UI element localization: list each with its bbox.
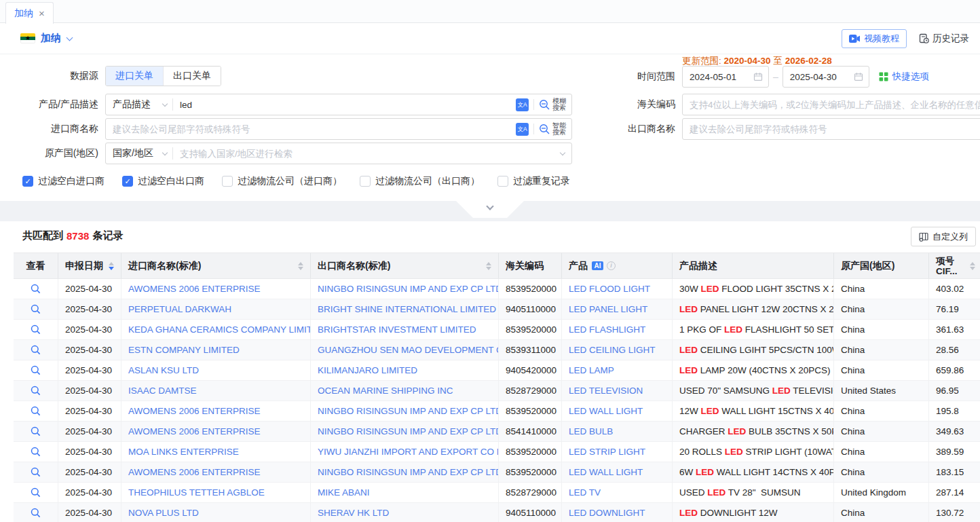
header-declaration-date[interactable]: 申报日期 xyxy=(58,253,121,278)
chevron-down-icon[interactable] xyxy=(67,34,73,41)
view-record-icon[interactable] xyxy=(31,426,41,436)
table-row: 2025-04-30 ASLAN KSU LTD KILIMANJARO LIM… xyxy=(14,360,980,381)
header-exporter-name[interactable]: 出口商名称(标准) xyxy=(310,253,498,278)
filter-checkbox[interactable]: 过滤空白出口商 xyxy=(122,175,204,187)
view-record-icon[interactable] xyxy=(31,304,41,314)
translate-icon[interactable]: 文A xyxy=(516,98,529,111)
exporter-link[interactable]: NINGBO RISINGSUN IMP AND EXP CP LTD xyxy=(310,279,498,299)
product-link[interactable]: LED PANEL LIGHT xyxy=(561,299,672,319)
product-description-cell: USED 70" SAMSUNG LED TELEVISION xyxy=(672,381,833,400)
importer-link[interactable]: ISAAC DAMTSE xyxy=(121,381,310,400)
country-name[interactable]: 加纳 xyxy=(41,32,61,45)
header-item-cif[interactable]: 项号 CIF... xyxy=(928,253,980,278)
smart-search-button[interactable]: 智能 搜索 xyxy=(539,122,566,136)
view-record-icon[interactable] xyxy=(31,406,41,416)
product-link[interactable]: LED FLASHLIGHT xyxy=(561,320,672,339)
hs-code-cell: 8528729000 xyxy=(498,483,561,502)
view-record-icon[interactable] xyxy=(31,365,41,375)
exporter-name-input[interactable] xyxy=(683,124,980,134)
product-link[interactable]: LED TV xyxy=(561,483,672,502)
view-record-icon[interactable] xyxy=(31,447,41,457)
importer-link[interactable]: NOVA PLUS LTD xyxy=(121,503,310,522)
view-record-icon[interactable] xyxy=(31,284,41,294)
sort-icons[interactable] xyxy=(486,262,491,270)
info-icon[interactable]: i xyxy=(607,261,616,270)
quick-options-link[interactable]: 快捷选项 xyxy=(879,71,929,83)
view-record-icon[interactable] xyxy=(31,324,41,335)
importer-link[interactable]: PERPETUAL DARKWAH xyxy=(121,299,310,319)
cif-value-cell: 361.63 xyxy=(928,320,980,339)
checkbox-icon[interactable] xyxy=(122,176,133,187)
exporter-link[interactable]: BRIGHT SHINE INTERNATIONAL LIMITED xyxy=(310,299,498,319)
product-description-cell: LED LAMP 20W (40CTNS X 20PCS) xyxy=(672,360,833,380)
origin-type-select[interactable]: 国家/地区 xyxy=(106,147,172,160)
fuzzy-search-button[interactable]: 模糊 搜索 xyxy=(539,98,566,112)
start-date-picker[interactable]: 2024-05-01 xyxy=(682,66,769,88)
product-type-select[interactable]: 产品描述 xyxy=(106,98,172,111)
importer-link[interactable]: AWOMENS 2006 ENTERPRISE xyxy=(121,401,310,421)
product-link[interactable]: LED WALL LIGHT xyxy=(561,401,672,421)
header-importer-name[interactable]: 进口商名称(标准) xyxy=(121,253,310,278)
checkbox-icon[interactable] xyxy=(222,176,233,187)
importer-link[interactable]: THEOPHILUS TETTEH AGBLOE xyxy=(121,483,310,502)
product-link[interactable]: LED DOWNLIGHT xyxy=(561,503,672,522)
importer-link[interactable]: AWOMENS 2006 ENTERPRISE xyxy=(121,422,310,441)
translate-icon[interactable]: 文A xyxy=(516,123,529,136)
view-record-icon[interactable] xyxy=(31,508,41,518)
view-record-icon[interactable] xyxy=(31,345,41,355)
importer-link[interactable]: KEDA GHANA CERAMICS COMPANY LIMITED xyxy=(121,320,310,339)
product-link[interactable]: LED STRIP LIGHT xyxy=(561,442,672,462)
view-record-icon[interactable] xyxy=(31,386,41,396)
tab-export-declarations[interactable]: 出口关单 xyxy=(163,67,221,86)
exporter-link[interactable]: NINGBO RISINGSUN IMP AND EXP CP LTD xyxy=(310,401,498,421)
exporter-link[interactable]: OCEAN MARINE SHIPPING INC xyxy=(310,381,498,400)
importer-link[interactable]: AWOMENS 2006 ENTERPRISE xyxy=(121,462,310,482)
view-cell xyxy=(14,279,58,299)
product-link[interactable]: LED LAMP xyxy=(561,360,672,380)
customize-columns-button[interactable]: 自定义列 xyxy=(911,227,976,246)
importer-link[interactable]: AWOMENS 2006 ENTERPRISE xyxy=(121,279,310,299)
hs-code-input[interactable] xyxy=(683,100,980,110)
desc-text: 1 PKG OF xyxy=(679,324,724,335)
checkbox-icon[interactable] xyxy=(497,176,508,187)
product-link[interactable]: LED WALL LIGHT xyxy=(561,462,672,482)
view-record-icon[interactable] xyxy=(31,467,41,477)
filter-checkbox[interactable]: 过滤物流公司（出口商） xyxy=(360,175,480,187)
importer-name-input[interactable] xyxy=(106,124,516,134)
exporter-link[interactable]: MIKE ABANI xyxy=(310,483,498,502)
exporter-link[interactable]: GUANGZHOU SEN MAO DEVELOPMENT C... xyxy=(310,340,498,360)
exporter-link[interactable]: NINGBO RISINGSUN IMP AND EXP CP LTD xyxy=(310,462,498,482)
product-link[interactable]: LED CEILING LIGHT xyxy=(561,340,672,360)
collapse-form-button[interactable] xyxy=(456,201,524,218)
filter-checkbox[interactable]: 过滤物流公司（进口商） xyxy=(222,175,342,187)
sort-icons[interactable] xyxy=(109,262,114,270)
exporter-link[interactable]: YIWU JIANZHI IMPORT AND EXPORT CO LTD xyxy=(310,442,498,462)
exporter-link[interactable]: SHERAV HK LTD xyxy=(310,503,498,522)
tab-ghana[interactable]: 加纳 × xyxy=(5,2,54,24)
sort-icons[interactable] xyxy=(970,262,975,270)
video-tutorial-button[interactable]: 视频教程 xyxy=(842,29,907,48)
exporter-link[interactable]: NINGBO RISINGSUN IMP AND EXP CP LTD xyxy=(310,422,498,441)
importer-link[interactable]: MOA LINKS ENTERPRISE xyxy=(121,442,310,462)
filter-checkbox[interactable]: 过滤重复记录 xyxy=(497,175,570,187)
product-link[interactable]: LED FLOOD LIGHT xyxy=(561,279,672,299)
tab-import-declarations[interactable]: 进口关单 xyxy=(106,67,163,86)
product-search-input[interactable] xyxy=(173,100,516,110)
importer-link[interactable]: ASLAN KSU LTD xyxy=(121,360,310,380)
checkbox-icon[interactable] xyxy=(22,176,33,187)
exporter-link[interactable]: BRIGHTSTAR INVESTMENT LIMITED xyxy=(310,320,498,339)
history-button[interactable]: 历史记录 xyxy=(919,33,969,45)
desc-text: USED 70" SAMSUNG xyxy=(679,386,772,396)
sort-icons[interactable] xyxy=(298,262,303,270)
importer-link[interactable]: ESTN COMPANY LIMITED xyxy=(121,340,310,360)
end-date-picker[interactable]: 2025-04-30 xyxy=(783,66,869,88)
view-record-icon[interactable] xyxy=(31,487,41,498)
product-link[interactable]: LED TELEVISION xyxy=(561,381,672,400)
origin-country-input[interactable] xyxy=(173,149,561,159)
checkbox-icon[interactable] xyxy=(360,176,371,187)
exporter-link[interactable]: KILIMANJARO LIMITED xyxy=(310,360,498,380)
close-icon[interactable]: × xyxy=(39,8,45,18)
product-link[interactable]: LED BULB xyxy=(561,422,672,441)
declaration-date-cell: 2025-04-30 xyxy=(58,503,121,522)
filter-checkbox[interactable]: 过滤空白进口商 xyxy=(22,175,105,187)
